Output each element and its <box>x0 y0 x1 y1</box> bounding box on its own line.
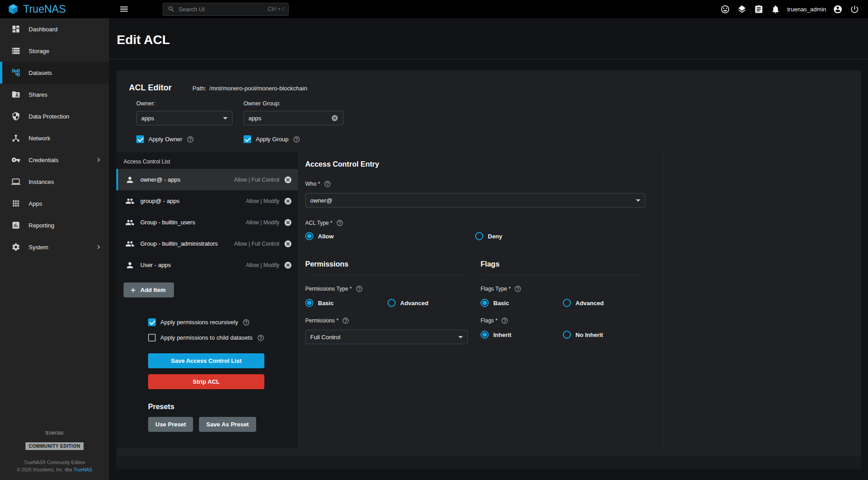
sidebar-item-data-protection[interactable]: Data Protection <box>0 105 109 127</box>
chevron-down-icon <box>636 199 640 202</box>
sidebar-item-storage[interactable]: Storage <box>0 40 109 62</box>
delete-entry-icon[interactable] <box>284 261 292 269</box>
acl-entry[interactable]: group@ - apps Allow | Modify <box>116 190 298 212</box>
radio-no-inherit[interactable]: No Inherit <box>563 331 603 339</box>
help-icon[interactable] <box>514 285 521 292</box>
group-icon <box>125 197 134 206</box>
footer-copyright: © 2025 iXsystems, Inc. dbaTrueNAS <box>17 466 92 474</box>
add-item-button[interactable]: Add Item <box>124 282 174 297</box>
search-input[interactable] <box>179 6 264 13</box>
apply-child-datasets-checkbox[interactable]: Apply permissions to child datasets <box>148 334 298 341</box>
help-icon[interactable] <box>243 319 250 326</box>
help-icon[interactable] <box>257 334 264 341</box>
notifications-bell-icon[interactable] <box>769 2 783 16</box>
acl-entry[interactable]: Group - builtin_users Allow | Modify <box>116 212 298 233</box>
radio-permissions-advanced[interactable]: Advanced <box>387 299 428 307</box>
truenas-logo[interactable]: TrueNAS <box>0 3 102 15</box>
radio-inherit[interactable]: Inherit <box>481 331 563 339</box>
sidebar-item-datasets[interactable]: Datasets <box>0 62 109 84</box>
help-icon[interactable] <box>501 317 508 324</box>
menu-icon[interactable] <box>117 2 131 16</box>
owner-field-group: Owner: apps <box>136 100 233 125</box>
help-icon[interactable] <box>342 317 349 324</box>
clear-input-icon[interactable] <box>331 114 338 122</box>
radio-deny[interactable]: Deny <box>475 232 502 240</box>
apply-group-checkbox[interactable]: Apply Group <box>243 135 300 143</box>
key-icon <box>11 155 20 164</box>
radio-flags-basic[interactable]: Basic <box>481 299 563 307</box>
who-select[interactable]: owner@ <box>305 193 645 208</box>
search-box[interactable]: Ctrl + / <box>163 3 289 16</box>
radio-unselected-icon <box>563 331 571 339</box>
username: truenas_admin <box>787 6 826 13</box>
permissions-select[interactable]: Full Control <box>305 330 468 344</box>
acl-entry-permission: Allow | Modify <box>246 198 279 204</box>
radio-allow[interactable]: Allow <box>305 232 475 240</box>
storage-icon <box>11 46 20 55</box>
help-icon[interactable] <box>293 136 300 143</box>
sidebar-item-system[interactable]: System <box>0 236 109 258</box>
help-icon[interactable] <box>356 285 363 292</box>
dataset-path: Path: /mnt/monero-pool/monero-blockchain <box>193 85 308 92</box>
topbar: TrueNAS Ctrl + / truenas_admin <box>0 0 868 18</box>
flags-section: Flags Flags Type * Basic <box>481 260 645 344</box>
logo-text: TrueNAS <box>23 3 66 15</box>
sidebar-item-label: Instances <box>29 178 54 185</box>
topbar-actions: truenas_admin <box>718 2 868 16</box>
account-circle-icon[interactable] <box>831 2 845 16</box>
chevron-right-icon <box>94 156 103 164</box>
path-label: Path: <box>193 85 206 92</box>
power-icon[interactable] <box>848 2 862 16</box>
sidebar-item-label: Data Protection <box>29 113 69 120</box>
acl-list-heading: Access Control List <box>116 152 298 169</box>
sidebar-item-credentials[interactable]: Credentials <box>0 149 109 171</box>
sidebar-item-label: Apps <box>29 200 42 207</box>
use-preset-button[interactable]: Use Preset <box>148 417 193 432</box>
help-icon[interactable] <box>324 180 331 188</box>
apply-owner-checkbox[interactable]: Apply Owner <box>136 135 243 143</box>
save-acl-button[interactable]: Save Access Control List <box>148 353 264 368</box>
acl-entry[interactable]: Group - builtin_administrators Allow | F… <box>116 233 298 254</box>
strip-acl-button[interactable]: Strip ACL <box>148 374 264 389</box>
running-jobs-clipboard-icon[interactable] <box>752 2 766 16</box>
datasets-icon <box>11 68 20 77</box>
checkbox-checked-icon <box>148 318 156 326</box>
acl-entry[interactable]: User - apps Allow | Modify <box>116 254 298 276</box>
radio-selected-icon <box>481 299 489 307</box>
plus-icon <box>129 286 137 294</box>
sidebar-item-label: Dashboard <box>29 26 58 33</box>
path-value: /mnt/monero-pool/monero-blockchain <box>209 85 307 92</box>
help-icon[interactable] <box>187 136 194 143</box>
acl-entry-permission: Allow | Modify <box>246 262 279 268</box>
add-item-label: Add Item <box>140 287 166 293</box>
delete-entry-icon[interactable] <box>284 197 292 205</box>
apply-recursively-checkbox[interactable]: Apply permissions recursively <box>148 318 298 326</box>
acl-type-radio-group: Allow Deny <box>305 232 645 240</box>
sidebar-item-apps[interactable]: Apps <box>0 193 109 214</box>
sidebar-item-shares[interactable]: Shares <box>0 84 109 105</box>
footer-brand-link[interactable]: TrueNAS <box>74 467 92 472</box>
feedback-smiley-icon[interactable] <box>718 2 732 16</box>
sidebar-item-label: Datasets <box>29 69 52 76</box>
radio-permissions-basic[interactable]: Basic <box>305 299 387 307</box>
sidebar-footer: truenas COMMUNITY EDITION TrueNAS® Commu… <box>0 430 109 480</box>
sidebar-item-instances[interactable]: Instances <box>0 171 109 193</box>
sidebar-item-reporting[interactable]: Reporting <box>0 214 109 236</box>
owner-group-input[interactable]: apps <box>243 111 343 125</box>
acl-entry-permission: Allow | Full Control <box>234 177 279 183</box>
jobs-layers-icon[interactable] <box>735 2 749 16</box>
acl-entry-permission: Allow | Full Control <box>234 241 279 247</box>
delete-entry-icon[interactable] <box>284 176 292 184</box>
owner-select[interactable]: apps <box>136 111 233 125</box>
sidebar-item-network[interactable]: Network <box>0 127 109 149</box>
acl-entry[interactable]: owner@ - apps Allow | Full Control <box>116 169 298 190</box>
apply-recursively-label: Apply permissions recursively <box>160 319 238 326</box>
permissions-type-radio-group: Basic Advanced <box>305 299 470 307</box>
sidebar-item-dashboard[interactable]: Dashboard <box>0 18 109 40</box>
help-icon[interactable] <box>336 219 343 227</box>
save-as-preset-button[interactable]: Save As Preset <box>199 417 256 432</box>
delete-entry-icon[interactable] <box>284 240 292 248</box>
radio-flags-advanced[interactable]: Advanced <box>563 299 604 307</box>
dashboard-icon <box>11 25 20 34</box>
delete-entry-icon[interactable] <box>284 218 292 227</box>
